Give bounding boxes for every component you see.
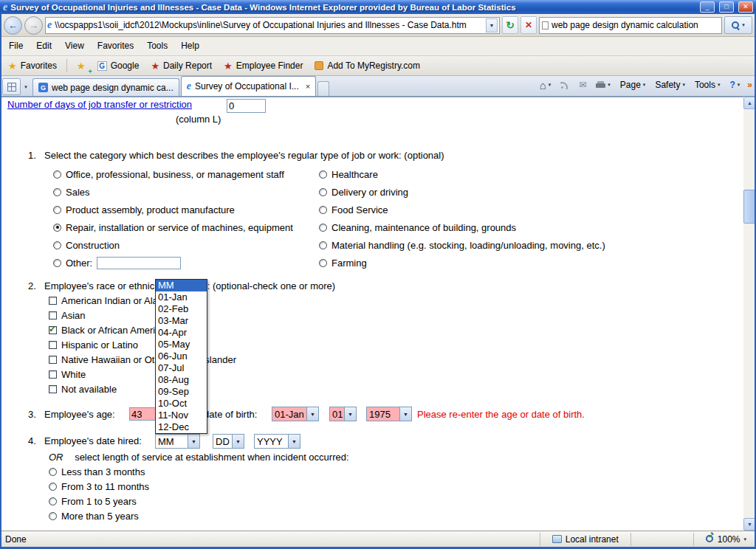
home-button[interactable]: ⌂ ▾ bbox=[536, 78, 555, 92]
tab-list-button[interactable]: ▾ bbox=[21, 78, 31, 95]
checkbox-icon[interactable] bbox=[49, 356, 57, 364]
radio-icon[interactable] bbox=[53, 206, 61, 214]
search-button[interactable]: ▾ bbox=[724, 16, 752, 34]
checkbox-icon[interactable] bbox=[49, 370, 57, 379]
dropdown-arrow-icon[interactable]: ▼ bbox=[399, 407, 411, 421]
back-button[interactable]: ← bbox=[4, 16, 22, 35]
radio-option[interactable]: Construction bbox=[53, 236, 293, 254]
radio-option[interactable]: Cleaning, maintenance of building, groun… bbox=[319, 218, 605, 236]
month-option[interactable]: 06-Jun bbox=[156, 351, 207, 362]
checkbox-option[interactable]: Not available bbox=[49, 381, 236, 396]
radio-option[interactable]: Delivery or driving bbox=[319, 183, 605, 201]
radio-icon[interactable] bbox=[49, 512, 57, 520]
checkbox-option-checked[interactable]: Black or African American bbox=[49, 322, 236, 337]
favorites-item-google[interactable]: G Google bbox=[92, 58, 145, 74]
radio-option-selected[interactable]: Repair, installation or service of machi… bbox=[53, 218, 293, 236]
security-zone[interactable]: Local intranet bbox=[548, 534, 623, 545]
zoom-caret-icon[interactable]: ▾ bbox=[743, 536, 746, 542]
checkbox-icon[interactable] bbox=[49, 311, 57, 320]
read-mail-button[interactable]: ✉ bbox=[575, 78, 590, 92]
month-option[interactable]: 10-Oct bbox=[156, 398, 207, 410]
dropdown-arrow-icon[interactable]: ▼ bbox=[344, 407, 356, 421]
favorites-button[interactable]: ★ Favorites bbox=[3, 58, 62, 74]
address-input[interactable] bbox=[55, 18, 483, 32]
favorites-item-daily-report[interactable]: ★ Daily Report bbox=[145, 58, 217, 74]
favorites-item-myregistry[interactable]: Add To MyRegistry.com bbox=[309, 58, 425, 74]
hired-day-select[interactable]: DD ▼ bbox=[213, 434, 244, 449]
radio-option[interactable]: From 1 to 5 years bbox=[49, 494, 149, 508]
checkbox-option[interactable]: White bbox=[49, 367, 236, 381]
search-box[interactable] bbox=[539, 17, 722, 34]
radio-option[interactable]: Less than 3 months bbox=[49, 464, 149, 479]
month-option[interactable]: 03-Mar bbox=[156, 315, 207, 327]
month-dropdown-list[interactable]: MM 01-Jan 02-Feb 03-Mar 04-Apr 05-May 06… bbox=[155, 279, 207, 434]
radio-icon[interactable] bbox=[53, 188, 61, 196]
minimize-button[interactable]: _ bbox=[700, 1, 715, 13]
checkbox-icon[interactable] bbox=[49, 297, 57, 305]
radio-option[interactable]: Farming bbox=[319, 254, 605, 272]
menu-help[interactable]: Help bbox=[174, 37, 206, 55]
checkbox-icon[interactable] bbox=[49, 326, 57, 334]
menu-view[interactable]: View bbox=[58, 37, 91, 55]
month-option[interactable]: 01-Jan bbox=[156, 291, 207, 303]
radio-icon[interactable] bbox=[53, 170, 61, 179]
month-option[interactable]: 08-Aug bbox=[156, 374, 207, 386]
checkbox-option[interactable]: Hispanic or Latino bbox=[49, 337, 236, 352]
dropdown-arrow-icon[interactable]: ▼ bbox=[288, 435, 300, 448]
dob-month-select[interactable]: 01-Jan ▼ bbox=[272, 407, 319, 421]
print-caret-icon[interactable]: ▾ bbox=[608, 82, 611, 88]
close-button[interactable]: ✕ bbox=[738, 1, 753, 13]
forward-button[interactable]: → bbox=[24, 16, 43, 35]
radio-icon[interactable] bbox=[53, 224, 61, 232]
radio-icon[interactable] bbox=[319, 241, 327, 249]
menu-file[interactable]: File bbox=[2, 37, 30, 55]
zoom-control[interactable]: 100% ▾ bbox=[701, 534, 751, 545]
print-button[interactable]: ▾ bbox=[592, 80, 614, 91]
radio-icon[interactable] bbox=[49, 497, 57, 505]
job-transfer-days-input[interactable] bbox=[227, 99, 266, 113]
job-transfer-restriction-link[interactable]: Number of days of job transfer or restri… bbox=[7, 99, 192, 110]
stop-button[interactable]: ✕ bbox=[520, 16, 537, 34]
checkbox-option[interactable]: American Indian or Alaska Native bbox=[49, 293, 236, 308]
radio-option[interactable]: Food Service bbox=[319, 201, 605, 218]
month-option[interactable]: 05-May bbox=[156, 339, 207, 351]
menu-edit[interactable]: Edit bbox=[30, 37, 58, 55]
radio-icon[interactable] bbox=[53, 241, 61, 249]
add-favorite-button[interactable]: ★ bbox=[72, 58, 91, 74]
dropdown-arrow-icon[interactable]: ▼ bbox=[232, 435, 244, 448]
radio-icon[interactable] bbox=[319, 170, 327, 179]
radio-icon[interactable] bbox=[319, 206, 327, 214]
radio-option[interactable]: Office, professional, business, or manag… bbox=[53, 165, 293, 183]
quick-tabs-button[interactable] bbox=[2, 78, 21, 95]
other-input[interactable] bbox=[97, 257, 181, 269]
tab-close-icon[interactable]: × bbox=[306, 82, 310, 91]
favorites-item-employee-finder[interactable]: ★ Employee Finder bbox=[219, 58, 308, 74]
radio-option[interactable]: Product assembly, product manufacture bbox=[53, 201, 293, 218]
hired-year-select[interactable]: YYYY ▼ bbox=[254, 434, 300, 449]
month-option-selected[interactable]: MM bbox=[156, 280, 207, 291]
search-input[interactable] bbox=[551, 20, 719, 30]
checkbox-option[interactable]: Asian bbox=[49, 308, 236, 322]
hired-month-select[interactable]: MM ▼ bbox=[155, 434, 200, 449]
dob-year-select[interactable]: 1975 ▼ bbox=[366, 407, 412, 421]
month-option[interactable]: 09-Sep bbox=[156, 386, 207, 398]
radio-icon[interactable] bbox=[49, 483, 57, 491]
radio-option[interactable]: Sales bbox=[53, 183, 293, 201]
menu-favorites[interactable]: Favorites bbox=[91, 37, 140, 55]
radio-option[interactable]: More than 5 years bbox=[49, 508, 149, 523]
radio-option-other[interactable]: Other: bbox=[53, 254, 293, 272]
toolbar-overflow-icon[interactable]: » bbox=[746, 80, 754, 90]
maximize-button[interactable]: □ bbox=[719, 1, 734, 13]
month-option[interactable]: 07-Jul bbox=[156, 362, 207, 374]
home-caret-icon[interactable]: ▾ bbox=[549, 82, 551, 88]
month-option[interactable]: 11-Nov bbox=[156, 410, 207, 421]
menu-tools[interactable]: Tools bbox=[140, 37, 174, 55]
dropdown-arrow-icon[interactable]: ▼ bbox=[306, 407, 318, 421]
checkbox-icon[interactable] bbox=[49, 341, 57, 349]
tab-survey-active[interactable]: e Survey of Occupational I... × bbox=[181, 76, 316, 96]
help-button[interactable]: ? ▾ bbox=[726, 78, 743, 92]
address-field[interactable]: e ▼ bbox=[45, 17, 500, 34]
new-tab-stub[interactable] bbox=[317, 81, 329, 96]
month-option[interactable]: 04-Apr bbox=[156, 327, 207, 339]
checkbox-icon[interactable] bbox=[49, 385, 57, 393]
